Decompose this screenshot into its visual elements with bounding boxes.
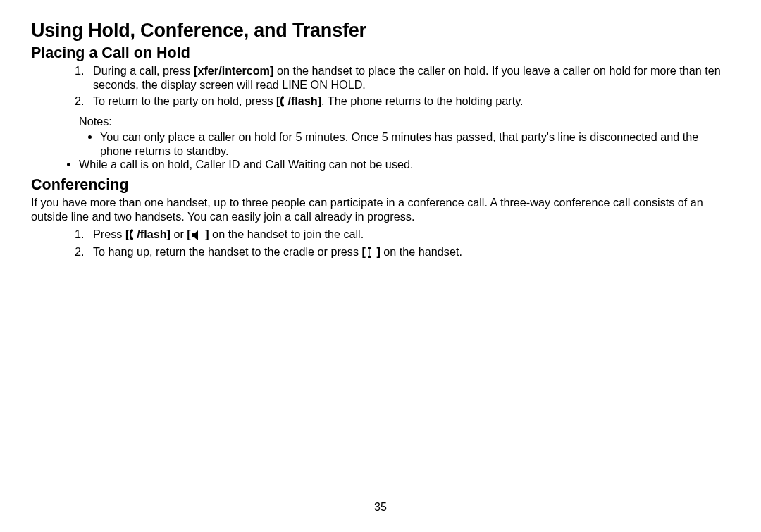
text: on the handset. <box>380 245 462 258</box>
bold-key: [xfer/intercom] <box>194 64 273 77</box>
bold-key: /flash] <box>287 94 321 107</box>
conf-step-1: Press [/flash] or [ ] on the handset to … <box>87 227 730 243</box>
talk-icon <box>280 96 287 110</box>
bold-key: ] <box>202 228 209 240</box>
page-title: Using Hold, Conference, and Transfer <box>31 20 730 42</box>
section-heading-conferencing: Conferencing <box>31 176 730 194</box>
notes-label: Notes: <box>79 114 730 129</box>
bold-key: ] <box>373 245 380 258</box>
bold-key: [ <box>276 94 280 107</box>
section-heading-hold: Placing a Call on Hold <box>31 44 730 62</box>
text: or <box>171 228 187 240</box>
page-number: 35 <box>0 501 761 514</box>
hold-step-2: To return to the party on hold, press [/… <box>87 94 730 110</box>
bold-key: [ <box>187 228 190 240</box>
hold-note-2: While a call is on hold, Caller ID and C… <box>79 158 730 172</box>
bold-key: /flash] <box>137 228 171 240</box>
hold-step-1: During a call, press [xfer/intercom] on … <box>87 63 730 92</box>
talk-icon <box>130 229 136 243</box>
text: Press <box>93 228 125 240</box>
speaker-icon <box>192 229 202 243</box>
text: . The phone returns to the holding party… <box>321 94 523 107</box>
conf-step-2: To hang up, return the handset to the cr… <box>87 245 730 261</box>
conferencing-intro: If you have more than one handset, up to… <box>31 195 730 224</box>
hold-note-1: You can only place a caller on hold for … <box>100 130 730 159</box>
svg-rect-0 <box>192 233 194 237</box>
text: To hang up, return the handset to the cr… <box>93 245 362 258</box>
bold-key: [ <box>362 245 366 258</box>
text: During a call, press <box>93 64 194 77</box>
text: To return to the party on hold, press <box>93 94 276 107</box>
end-icon <box>366 247 373 261</box>
bold-key: [ <box>125 228 129 240</box>
text: on the handset to join the call. <box>209 228 364 240</box>
